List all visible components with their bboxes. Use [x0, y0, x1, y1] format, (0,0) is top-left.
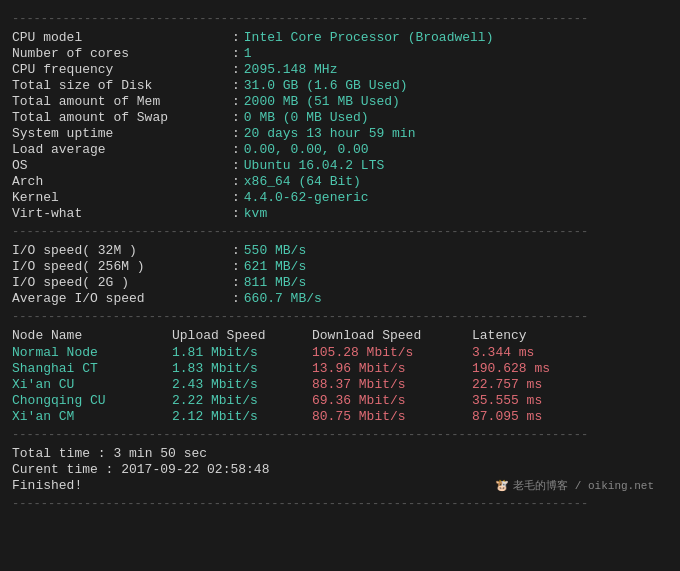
io-value: 811 MB/s: [244, 275, 306, 290]
table-row: Chongqing CU 2.22 Mbit/s 69.36 Mbit/s 35…: [12, 393, 668, 408]
info-label: Kernel: [12, 190, 232, 205]
cell-latency: 3.344 ms: [472, 345, 534, 360]
info-label: Arch: [12, 174, 232, 189]
info-colon: :: [232, 174, 240, 189]
system-info-row: Total size of Disk: 31.0 GB (1.6 GB Used…: [12, 78, 668, 93]
cell-upload: 2.22 Mbit/s: [172, 393, 312, 408]
col-header-latency: Latency: [472, 328, 527, 343]
cell-download: 88.37 Mbit/s: [312, 377, 472, 392]
info-colon: :: [232, 30, 240, 45]
info-label: System uptime: [12, 126, 232, 141]
total-time-label: Total time :: [12, 446, 113, 461]
io-label: I/O speed( 32M ): [12, 243, 232, 258]
info-value: x86_64 (64 Bit): [244, 174, 361, 189]
io-colon: :: [232, 259, 240, 274]
io-label: Average I/O speed: [12, 291, 232, 306]
system-info-row: Total amount of Swap: 0 MB (0 MB Used): [12, 110, 668, 125]
system-info-row: Number of cores: 1: [12, 46, 668, 61]
info-label: CPU model: [12, 30, 232, 45]
watermark-icon: 🐮: [495, 479, 509, 492]
info-colon: :: [232, 158, 240, 173]
mid-divider-1: ----------------------------------------…: [12, 225, 668, 239]
info-colon: :: [232, 190, 240, 205]
io-value: 660.7 MB/s: [244, 291, 322, 306]
cell-latency: 22.757 ms: [472, 377, 542, 392]
io-colon: :: [232, 243, 240, 258]
info-colon: :: [232, 110, 240, 125]
info-label: Total amount of Mem: [12, 94, 232, 109]
system-info-row: CPU model: Intel Core Processor (Broadwe…: [12, 30, 668, 45]
io-row: I/O speed( 2G ): 811 MB/s: [12, 275, 668, 290]
info-colon: :: [232, 142, 240, 157]
system-info-row: Arch: x86_64 (64 Bit): [12, 174, 668, 189]
info-colon: :: [232, 78, 240, 93]
cell-latency: 87.095 ms: [472, 409, 542, 424]
info-label: Total size of Disk: [12, 78, 232, 93]
col-header-upload: Upload Speed: [172, 328, 312, 343]
system-info-row: Virt-what: kvm: [12, 206, 668, 221]
total-time-line: Total time : 3 min 50 sec: [12, 446, 668, 461]
io-value: 621 MB/s: [244, 259, 306, 274]
cell-node: Shanghai CT: [12, 361, 172, 376]
current-time-label: Curent time :: [12, 462, 121, 477]
network-table-section: Node Name Upload Speed Download Speed La…: [12, 328, 668, 424]
io-section: I/O speed( 32M ): 550 MB/sI/O speed( 256…: [12, 243, 668, 306]
bottom-divider: ----------------------------------------…: [12, 497, 668, 511]
cell-upload: 2.43 Mbit/s: [172, 377, 312, 392]
cell-upload: 2.12 Mbit/s: [172, 409, 312, 424]
io-label: I/O speed( 2G ): [12, 275, 232, 290]
io-row: Average I/O speed: 660.7 MB/s: [12, 291, 668, 306]
io-row: I/O speed( 32M ): 550 MB/s: [12, 243, 668, 258]
info-value: Ubuntu 16.04.2 LTS: [244, 158, 384, 173]
info-colon: :: [232, 46, 240, 61]
io-value: 550 MB/s: [244, 243, 306, 258]
top-divider: ----------------------------------------…: [12, 12, 668, 26]
finished-text: Finished!: [12, 478, 82, 493]
col-header-download: Download Speed: [312, 328, 472, 343]
cell-latency: 35.555 ms: [472, 393, 542, 408]
watermark: 🐮 老毛的博客 / oiking.net: [495, 478, 654, 493]
system-info-section: CPU model: Intel Core Processor (Broadwe…: [12, 30, 668, 221]
info-value: kvm: [244, 206, 267, 221]
system-info-row: Load average: 0.00, 0.00, 0.00: [12, 142, 668, 157]
info-value: 31.0 GB (1.6 GB Used): [244, 78, 408, 93]
table-row: Xi'an CM 2.12 Mbit/s 80.75 Mbit/s 87.095…: [12, 409, 668, 424]
current-time-line: Curent time : 2017-09-22 02:58:48: [12, 462, 668, 477]
cell-upload: 1.81 Mbit/s: [172, 345, 312, 360]
cell-node: Normal Node: [12, 345, 172, 360]
table-row: Normal Node 1.81 Mbit/s 105.28 Mbit/s 3.…: [12, 345, 668, 360]
current-time-value: 2017-09-22 02:58:48: [121, 462, 269, 477]
watermark-text: 老毛的博客 / oiking.net: [513, 478, 654, 493]
info-label: Virt-what: [12, 206, 232, 221]
mid-divider-2: ----------------------------------------…: [12, 310, 668, 324]
info-value: 0 MB (0 MB Used): [244, 110, 369, 125]
system-info-row: Total amount of Mem: 2000 MB (51 MB Used…: [12, 94, 668, 109]
cell-node: Chongqing CU: [12, 393, 172, 408]
info-label: OS: [12, 158, 232, 173]
system-info-row: OS: Ubuntu 16.04.2 LTS: [12, 158, 668, 173]
cell-download: 13.96 Mbit/s: [312, 361, 472, 376]
info-value: 2095.148 MHz: [244, 62, 338, 77]
info-label: Load average: [12, 142, 232, 157]
info-value: Intel Core Processor (Broadwell): [244, 30, 494, 45]
info-colon: :: [232, 62, 240, 77]
table-header-row: Node Name Upload Speed Download Speed La…: [12, 328, 668, 343]
system-info-row: CPU frequency: 2095.148 MHz: [12, 62, 668, 77]
cell-download: 80.75 Mbit/s: [312, 409, 472, 424]
cell-node: Xi'an CU: [12, 377, 172, 392]
info-colon: :: [232, 126, 240, 141]
info-value: 0.00, 0.00, 0.00: [244, 142, 369, 157]
cell-latency: 190.628 ms: [472, 361, 550, 376]
info-colon: :: [232, 94, 240, 109]
info-colon: :: [232, 206, 240, 221]
system-info-row: Kernel: 4.4.0-62-generic: [12, 190, 668, 205]
col-header-node: Node Name: [12, 328, 172, 343]
mid-divider-3: ----------------------------------------…: [12, 428, 668, 442]
cell-node: Xi'an CM: [12, 409, 172, 424]
total-time-value: 3 min 50 sec: [113, 446, 207, 461]
io-label: I/O speed( 256M ): [12, 259, 232, 274]
cell-upload: 1.83 Mbit/s: [172, 361, 312, 376]
system-info-row: System uptime: 20 days 13 hour 59 min: [12, 126, 668, 141]
info-value: 1: [244, 46, 252, 61]
io-row: I/O speed( 256M ): 621 MB/s: [12, 259, 668, 274]
